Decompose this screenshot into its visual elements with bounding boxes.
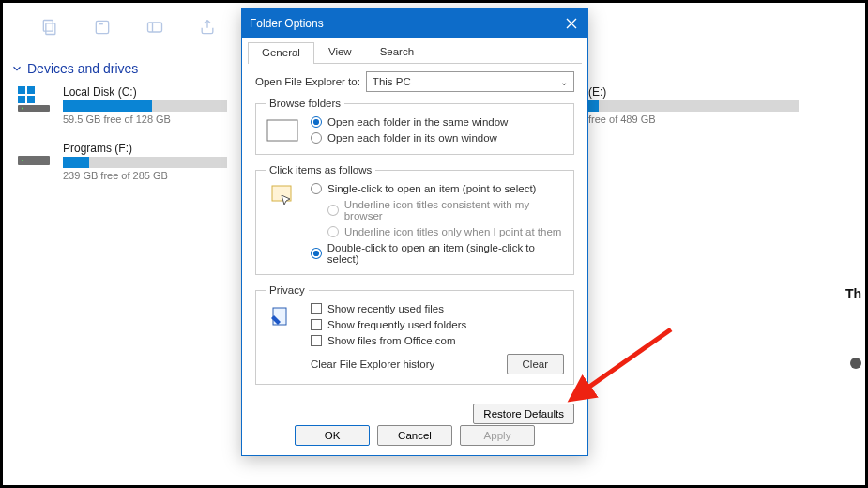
cropped-dot	[850, 358, 861, 369]
dropdown-value: This PC	[373, 76, 411, 87]
privacy-legend: Privacy	[266, 284, 309, 296]
usage-bar	[63, 157, 227, 168]
windows-drive-icon	[16, 85, 53, 112]
select-all-icon[interactable]	[93, 18, 112, 37]
drive-name: Local Disk (C:)	[63, 85, 227, 99]
copy-icon[interactable]	[40, 18, 59, 37]
rename-icon[interactable]	[145, 18, 164, 37]
clear-history-label: Clear File Explorer history	[311, 358, 434, 370]
drive-name: Programs (F:)	[63, 142, 227, 155]
check-frequent[interactable]: Show frequently used folders	[311, 319, 564, 330]
chevron-down-icon	[10, 62, 23, 75]
devices-and-drives-header[interactable]: Devices and drives	[10, 61, 138, 76]
drive-icon	[16, 142, 53, 168]
apply-button[interactable]: Apply	[460, 425, 535, 446]
browse-folders-group: Browse folders Open each folder in the s…	[255, 98, 574, 155]
ok-button[interactable]: OK	[295, 425, 370, 446]
click-items-group: Click items as follows Single-click to o…	[255, 164, 574, 275]
dialog-title: Folder Options	[250, 17, 324, 30]
dialog-titlebar[interactable]: Folder Options	[242, 9, 587, 38]
svg-rect-4	[18, 86, 25, 94]
radio-underline-point: Underline icon titles only when I point …	[327, 226, 564, 237]
drive-item-e[interactable]: (E:) free of 489 GB	[588, 85, 799, 125]
svg-rect-3	[148, 23, 162, 32]
drive-item-f[interactable]: Programs (F:) 239 GB free of 285 GB	[16, 142, 227, 181]
open-explorer-dropdown[interactable]: This PC ⌄	[366, 71, 574, 92]
browse-legend: Browse folders	[266, 98, 344, 109]
main-toolbar	[40, 18, 269, 37]
drive-free: free of 489 GB	[588, 114, 799, 125]
restore-defaults-button[interactable]: Restore Defaults	[473, 404, 574, 424]
drive-free: 59.5 GB free of 128 GB	[63, 114, 227, 125]
radio-own-window[interactable]: Open each folder in its own window	[311, 132, 564, 144]
window-icon	[266, 116, 299, 145]
radio-underline-browser: Underline icon titles consistent with my…	[327, 199, 564, 221]
clear-button[interactable]: Clear	[507, 354, 564, 374]
svg-rect-2	[96, 21, 108, 33]
usage-bar	[588, 100, 799, 112]
cursor-icon	[266, 183, 299, 211]
check-office[interactable]: Show files from Office.com	[311, 335, 564, 346]
tab-view[interactable]: View	[314, 41, 366, 63]
svg-rect-0	[46, 23, 55, 35]
drive-name: (E:)	[588, 85, 799, 99]
click-legend: Click items as follows	[266, 164, 375, 175]
privacy-icon	[266, 303, 299, 331]
open-explorer-label: Open File Explorer to:	[255, 76, 360, 87]
svg-rect-1	[43, 21, 53, 32]
share-icon[interactable]	[198, 18, 217, 37]
close-icon[interactable]	[563, 15, 580, 32]
svg-rect-5	[27, 86, 35, 94]
drive-item-c[interactable]: Local Disk (C:) 59.5 GB free of 128 GB	[16, 85, 227, 125]
radio-double-click[interactable]: Double-click to open an item (single-cli…	[311, 242, 564, 265]
tab-general[interactable]: General	[248, 42, 314, 64]
folder-options-dialog: Folder Options General View Search Open …	[241, 8, 588, 456]
chevron-down-icon: ⌄	[560, 77, 568, 87]
cancel-button[interactable]: Cancel	[377, 425, 452, 446]
radio-single-click[interactable]: Single-click to open an item (point to s…	[311, 183, 564, 194]
svg-point-9	[22, 108, 23, 110]
section-title: Devices and drives	[27, 61, 138, 76]
dialog-footer: OK Cancel Apply	[242, 425, 587, 446]
dialog-tabs: General View Search	[248, 41, 582, 64]
drive-free: 239 GB free of 285 GB	[63, 170, 227, 181]
cropped-text-fragment: Th	[845, 286, 861, 301]
usage-bar	[63, 100, 227, 112]
svg-rect-7	[27, 96, 35, 103]
svg-rect-12	[267, 120, 297, 141]
tab-search[interactable]: Search	[366, 41, 428, 63]
privacy-group: Privacy Show recently used files Show fr…	[255, 284, 574, 385]
radio-same-window[interactable]: Open each folder in the same window	[311, 116, 564, 128]
svg-rect-6	[18, 96, 25, 103]
check-recent[interactable]: Show recently used files	[311, 303, 564, 314]
svg-point-11	[22, 160, 23, 161]
